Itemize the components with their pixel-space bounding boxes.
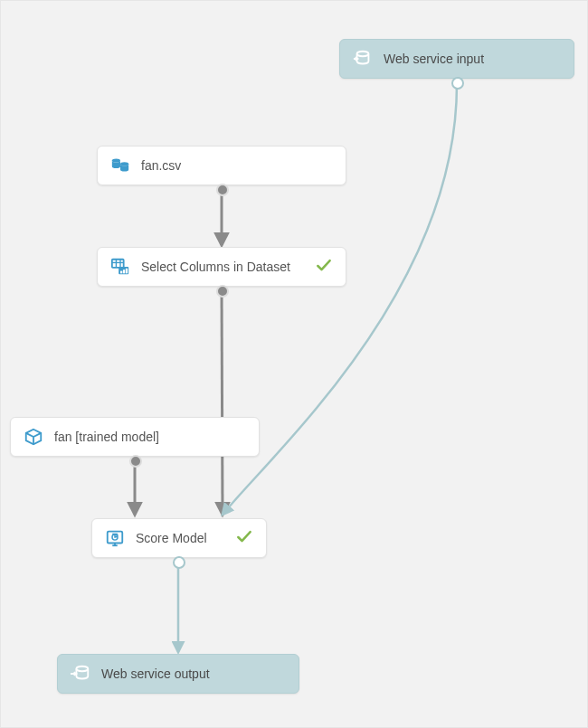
node-label: Score Model — [136, 531, 226, 545]
node-select-columns[interactable]: Select Columns in Dataset — [97, 247, 346, 287]
svg-point-2 — [120, 162, 128, 165]
web-service-out-icon — [71, 664, 90, 684]
svg-rect-10 — [126, 269, 128, 274]
node-score-model[interactable]: Score Model — [91, 518, 267, 558]
node-label: fan [trained model] — [54, 430, 246, 444]
score-model-icon — [105, 528, 125, 548]
svg-rect-3 — [112, 260, 124, 268]
web-service-in-icon — [353, 49, 373, 69]
connectors-layer — [1, 1, 588, 728]
node-web-service-output[interactable]: Web service output — [57, 654, 299, 694]
connector-select-columns-to-score — [222, 287, 223, 515]
status-ok-icon — [315, 257, 333, 278]
node-label: fan.csv — [141, 158, 333, 173]
node-label: Select Columns in Dataset — [141, 260, 306, 274]
node-trained-model[interactable]: fan [trained model] — [10, 417, 260, 457]
node-label: Web service input — [384, 52, 561, 66]
node-dataset[interactable]: fan.csv — [97, 146, 346, 185]
status-ok-icon — [235, 528, 253, 549]
dataset-icon — [110, 156, 130, 175]
node-web-service-input[interactable]: Web service input — [339, 39, 574, 79]
output-port[interactable] — [216, 184, 229, 196]
output-port[interactable] — [173, 556, 185, 569]
output-port[interactable] — [129, 455, 142, 468]
output-port[interactable] — [451, 77, 464, 90]
svg-point-15 — [76, 667, 88, 672]
svg-point-0 — [357, 52, 369, 57]
svg-rect-8 — [120, 271, 122, 274]
svg-point-1 — [112, 158, 120, 162]
svg-rect-9 — [123, 269, 125, 273]
output-port[interactable] — [216, 285, 229, 298]
select-columns-icon — [110, 257, 130, 277]
node-label: Web service output — [101, 667, 286, 681]
trained-model-icon — [24, 427, 43, 447]
experiment-canvas[interactable]: Web service input fan.csv — [0, 0, 588, 728]
